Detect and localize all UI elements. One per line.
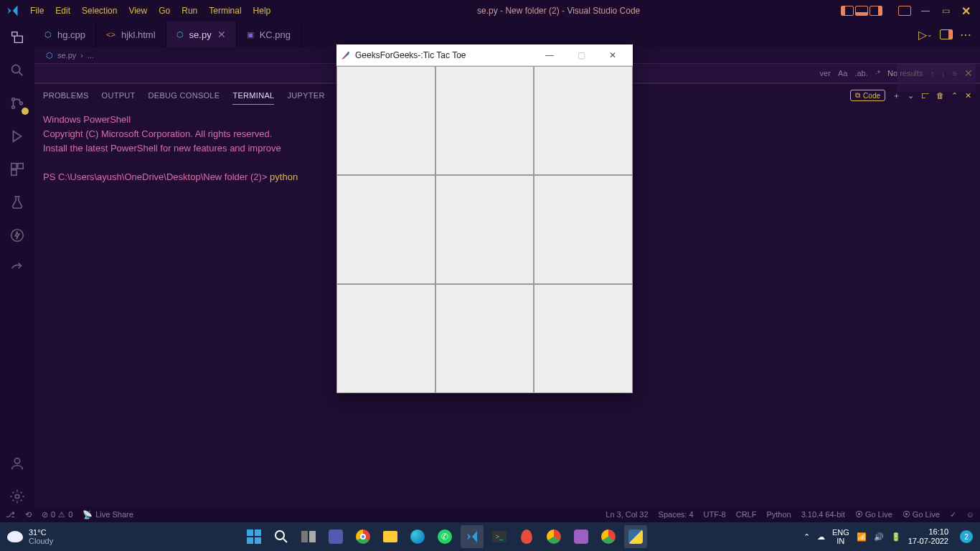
menu-terminal[interactable]: Terminal: [203, 3, 247, 19]
menu-run[interactable]: Run: [176, 3, 203, 19]
share-icon[interactable]: [7, 258, 27, 278]
find-option-regex[interactable]: ·*: [875, 69, 880, 77]
tray-overflow-icon[interactable]: ⌃: [804, 532, 810, 542]
maximize-panel-icon[interactable]: ⌃: [951, 91, 958, 100]
panel-tab-problems[interactable]: PROBLEMS: [43, 87, 89, 104]
menu-edit[interactable]: Edit: [50, 3, 76, 19]
tab-se-py[interactable]: ⬡ se.py ✕: [166, 22, 237, 47]
taskbar-search-icon[interactable]: [270, 525, 293, 548]
taskbar-weather[interactable]: 31°C Cloudy: [7, 528, 86, 545]
status-remote-icon[interactable]: ⎇: [6, 510, 15, 519]
tictactoe-title: GeeksForGeeks-:Tic Tac Toe: [355, 50, 466, 60]
tab-close-icon[interactable]: ✕: [217, 29, 226, 40]
status-go-live-2[interactable]: ⦿ Go Live: [903, 510, 940, 519]
explorer-folder-icon[interactable]: [379, 525, 402, 548]
tray-language[interactable]: ENG IN: [832, 528, 849, 545]
tab-kc-png[interactable]: ▣ KC.png: [237, 22, 301, 47]
tray-clock[interactable]: 16:10 17-07-2022: [908, 527, 948, 546]
tray-battery-icon[interactable]: 🔋: [891, 532, 901, 542]
account-icon[interactable]: [7, 453, 27, 474]
ttt-cell-0-1[interactable]: [435, 66, 534, 175]
menu-help[interactable]: Help: [248, 3, 277, 19]
tictactoe-titlebar[interactable]: GeeksForGeeks-:Tic Tac Toe — ▢ ✕: [336, 44, 633, 66]
explorer-icon[interactable]: [7, 27, 27, 47]
ttt-cell-2-2[interactable]: [534, 284, 633, 393]
terminal-profile-badge[interactable]: ⧉ Code: [850, 90, 885, 101]
ttt-cell-2-0[interactable]: [336, 284, 435, 393]
find-option-case[interactable]: Aa: [838, 69, 847, 77]
edge-icon[interactable]: [406, 525, 429, 548]
ttt-cell-0-0[interactable]: [336, 66, 435, 175]
status-feedback-icon[interactable]: ☺: [966, 510, 974, 519]
customize-layout-icon[interactable]: [898, 6, 911, 16]
vscode-taskbar-icon[interactable]: [461, 525, 484, 548]
status-errors[interactable]: ⊘ 0 ⚠ 0: [42, 510, 72, 519]
teams-icon[interactable]: [324, 525, 347, 548]
status-spaces[interactable]: Spaces: 4: [659, 510, 694, 519]
status-prettier-icon[interactable]: ✓: [950, 510, 956, 519]
maps-icon[interactable]: [515, 525, 538, 548]
chrome-icon[interactable]: [352, 525, 374, 548]
menu-file[interactable]: File: [24, 3, 50, 19]
status-python-version[interactable]: 3.10.4 64-bit: [801, 510, 845, 519]
window-close-icon[interactable]: ✕: [960, 5, 971, 17]
status-cursor[interactable]: Ln 3, Col 32: [606, 510, 648, 519]
menu-selection[interactable]: Selection: [76, 3, 123, 19]
status-encoding[interactable]: UTF-8: [704, 510, 726, 519]
tray-notification-badge[interactable]: 2: [960, 530, 973, 543]
start-icon[interactable]: [242, 525, 265, 548]
ttt-cell-2-1[interactable]: [435, 284, 534, 393]
thunder-icon[interactable]: [7, 225, 27, 245]
run-debug-icon[interactable]: [7, 126, 27, 146]
toggle-panel-right-icon[interactable]: [870, 6, 882, 16]
python-taskbar-icon[interactable]: [624, 525, 647, 548]
menu-go[interactable]: Go: [153, 3, 176, 19]
tray-wifi-icon[interactable]: 📶: [857, 532, 867, 542]
status-sync-icon[interactable]: ⟲: [25, 510, 32, 519]
toggle-panel-left-icon[interactable]: [841, 6, 854, 16]
find-option-word[interactable]: .ab.: [854, 69, 867, 77]
toggle-panel-bottom-icon[interactable]: [855, 6, 868, 16]
status-language[interactable]: Python: [766, 510, 791, 519]
settings-gear-icon[interactable]: [7, 486, 27, 507]
taskview-icon[interactable]: [297, 525, 320, 548]
minimap[interactable]: [897, 63, 976, 92]
ttt-maximize-icon[interactable]: ▢: [565, 45, 597, 65]
ttt-close-icon[interactable]: ✕: [597, 45, 628, 65]
split-terminal-icon[interactable]: ⫍: [921, 91, 929, 100]
close-panel-icon[interactable]: ✕: [965, 91, 971, 100]
window-maximize-icon[interactable]: ▭: [940, 5, 951, 17]
ttt-cell-1-2[interactable]: [534, 175, 633, 284]
window-minimize-icon[interactable]: —: [920, 5, 931, 17]
tab-hg-cpp[interactable]: ⬡ hg.cpp: [34, 22, 96, 47]
status-eol[interactable]: CRLF: [736, 510, 757, 519]
ttt-cell-1-0[interactable]: [336, 175, 435, 284]
extensions-icon[interactable]: [7, 159, 27, 179]
search-icon[interactable]: [7, 60, 27, 80]
whatsapp-icon[interactable]: ✆: [433, 525, 456, 548]
kill-terminal-icon[interactable]: 🗑: [936, 91, 944, 100]
status-go-live-1[interactable]: ⦿ Go Live: [855, 510, 892, 519]
tab-hjkl-html[interactable]: <> hjkl.html: [96, 22, 166, 47]
source-control-icon[interactable]: [7, 93, 27, 113]
terminal-dropdown-icon[interactable]: ⌄: [908, 91, 914, 100]
more-actions-icon[interactable]: ⋯: [960, 28, 971, 42]
terminal-taskbar-icon[interactable]: >_: [488, 525, 511, 548]
app-icon[interactable]: [570, 525, 593, 548]
panel-tab-jupyter[interactable]: JUPYTER: [287, 87, 324, 104]
chrome-icon-3[interactable]: [597, 525, 620, 548]
split-editor-icon[interactable]: [940, 29, 953, 39]
ttt-cell-1-1[interactable]: [435, 175, 534, 284]
ttt-minimize-icon[interactable]: —: [534, 45, 565, 65]
run-file-icon[interactable]: ▷ ⌄: [918, 28, 933, 42]
testing-icon[interactable]: [7, 192, 27, 212]
panel-tab-output[interactable]: OUTPUT: [102, 87, 136, 104]
tray-volume-icon[interactable]: 🔊: [874, 532, 884, 542]
chrome-icon-2[interactable]: [542, 525, 565, 548]
ttt-cell-0-2[interactable]: [534, 66, 633, 175]
panel-tab-debug[interactable]: DEBUG CONSOLE: [149, 87, 220, 104]
tray-onedrive-icon[interactable]: ☁: [817, 532, 825, 542]
panel-tab-terminal[interactable]: TERMINAL: [232, 87, 274, 105]
status-live-share[interactable]: 📡 Live Share: [83, 510, 133, 519]
menu-view[interactable]: View: [123, 3, 153, 19]
